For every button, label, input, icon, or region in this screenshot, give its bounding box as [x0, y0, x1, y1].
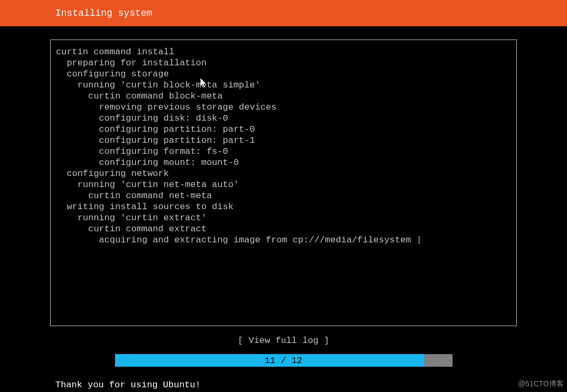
footer-message: Thank you for using Ubuntu!	[55, 380, 200, 392]
log-line: configuring storage	[56, 68, 511, 80]
log-line: preparing for installation	[56, 57, 511, 68]
log-line: configuring partition: part-0	[56, 124, 511, 135]
log-line: configuring disk: disk-0	[56, 113, 511, 124]
view-full-log-button[interactable]: [ View full log ]	[50, 336, 517, 346]
installer-title: Installing system	[55, 8, 152, 18]
log-line: configuring network	[56, 168, 511, 179]
install-log-box: curtin command installpreparing for inst…	[50, 40, 517, 326]
log-line: running 'curtin block-meta simple'	[56, 80, 511, 91]
log-line: acquiring and extracting image from cp:/…	[56, 234, 511, 246]
log-line: curtin command install	[56, 46, 511, 57]
log-line: curtin command net-meta	[56, 190, 511, 201]
log-line: curtin command block-meta	[56, 91, 511, 102]
log-line: configuring format: fs-0	[56, 146, 511, 157]
progress-bar: 11 / 12	[115, 354, 453, 367]
watermark-text: @51CTO博客	[518, 379, 564, 389]
log-line: configuring partition: part-1	[56, 135, 511, 146]
log-line: curtin command extract	[56, 223, 511, 234]
progress-text: 11 / 12	[115, 354, 453, 367]
log-line: configuring mount: mount-0	[56, 157, 511, 168]
installer-header: Installing system	[0, 0, 567, 26]
log-line: running 'curtin net-meta auto'	[56, 179, 511, 190]
installer-content: curtin command installpreparing for inst…	[0, 26, 567, 367]
log-line: removing previous storage devices	[56, 102, 511, 113]
log-line: writing install sources to disk	[56, 201, 511, 212]
log-line: running 'curtin extract'	[56, 212, 511, 223]
